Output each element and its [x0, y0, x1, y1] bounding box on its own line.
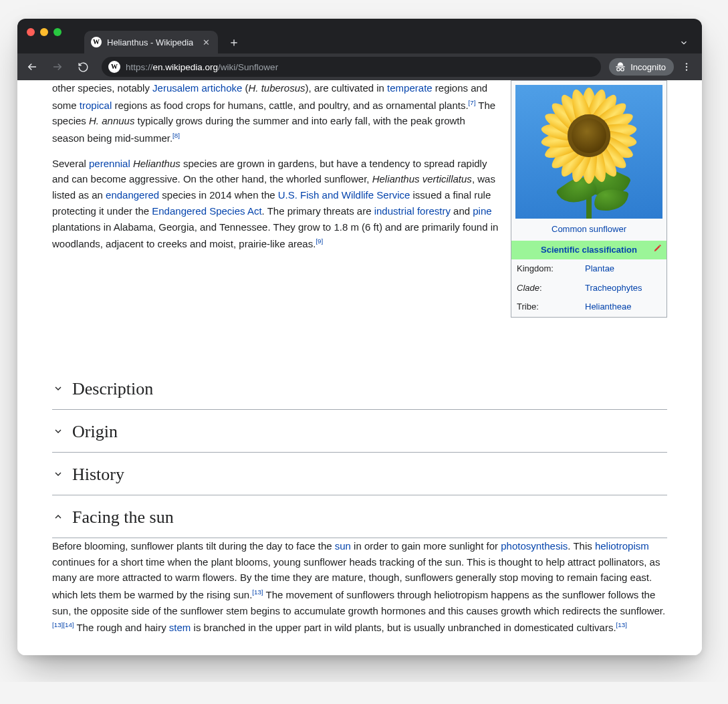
reference-13[interactable]: [13] — [616, 621, 627, 628]
section-history: History — [52, 453, 667, 495]
reference-14[interactable]: [14] — [63, 621, 74, 628]
link-tropical[interactable]: tropical — [80, 100, 112, 111]
browser-tab[interactable]: W Helianthus - Wikipedia ✕ — [84, 31, 218, 53]
link-sun[interactable]: sun — [335, 540, 351, 552]
link-photosynthesis[interactable]: photosynthesis — [501, 540, 568, 552]
arrow-left-icon — [26, 61, 38, 73]
taxonomy-rank: Kingdom: — [511, 259, 580, 279]
incognito-icon — [614, 61, 626, 73]
link-usfws[interactable]: U.S. Fish and Wildlife Service — [278, 189, 410, 201]
taxonomy-rank: Clade: — [511, 279, 580, 298]
taxonomy-row: Clade:Tracheophytes — [511, 279, 666, 298]
taxonomy-row: Kingdom:Plantae — [511, 259, 666, 279]
section-description: Description — [52, 367, 667, 410]
link-endangered-species-act[interactable]: Endangered Species Act — [152, 205, 261, 217]
article-content: Common sunflower Scientific classificati… — [17, 80, 702, 655]
svg-point-6 — [686, 69, 687, 70]
tab-title: Helianthus - Wikipedia — [107, 37, 193, 47]
pencil-icon — [653, 243, 662, 253]
arrow-right-icon — [51, 61, 64, 73]
close-tab-button[interactable]: ✕ — [203, 38, 210, 47]
reference-9[interactable]: [9] — [316, 237, 323, 245]
reference-13[interactable]: [13] — [52, 621, 63, 628]
body-paragraph: Before blooming, sunflower plants tilt d… — [52, 538, 667, 636]
tabstrip: W Helianthus - Wikipedia ✕ ＋ — [84, 31, 243, 53]
window-controls — [27, 28, 62, 36]
link-perennial[interactable]: perennial — [89, 158, 130, 169]
scientific-classification-link[interactable]: Scientific classification — [541, 245, 637, 255]
link-stem[interactable]: stem — [169, 622, 191, 633]
taxonomy-value-link[interactable]: Heliantheae — [585, 302, 631, 312]
kebab-icon — [681, 62, 692, 72]
toolbar: W https://en.wikipedia.org/wiki/Sunflowe… — [17, 53, 702, 80]
section-heading-facing[interactable]: Facing the sun — [52, 495, 667, 538]
link-jerusalem-artichoke[interactable]: Jerusalem artichoke — [152, 82, 242, 94]
scientific-classification-header: Scientific classification — [511, 241, 666, 260]
new-tab-button[interactable]: ＋ — [225, 33, 243, 51]
maximize-window-button[interactable] — [53, 28, 62, 36]
section-heading-history[interactable]: History — [52, 453, 667, 495]
reload-icon — [78, 62, 89, 73]
taxonomy-value-link[interactable]: Tracheophytes — [585, 283, 642, 293]
taxonomy-rank: Tribe: — [511, 298, 580, 317]
taxonomy-table: Kingdom:PlantaeClade:TracheophytesTribe:… — [511, 259, 666, 317]
incognito-label: Incognito — [630, 62, 666, 72]
svg-point-4 — [686, 63, 687, 64]
edit-classification-button[interactable] — [653, 243, 662, 257]
titlebar: W Helianthus - Wikipedia ✕ ＋ — [17, 19, 702, 53]
section-origin: Origin — [52, 410, 667, 453]
site-identity-icon[interactable]: W — [108, 61, 120, 73]
url-text: https://en.wikipedia.org/wiki/Sunflower — [126, 62, 278, 72]
link-industrial-forestry[interactable]: industrial forestry — [374, 205, 451, 217]
link-temperate[interactable]: temperate — [387, 82, 433, 94]
svg-point-2 — [617, 68, 620, 72]
close-window-button[interactable] — [27, 28, 35, 36]
browser-menu-button[interactable] — [678, 62, 695, 72]
link-endangered[interactable]: endangered — [106, 189, 159, 201]
infobox-caption-link[interactable]: Common sunflower — [552, 224, 626, 234]
chevron-up-icon — [52, 511, 64, 523]
section-heading-morphology[interactable]: Morphology — [52, 649, 667, 655]
browser-window: W Helianthus - Wikipedia ✕ ＋ W — [17, 19, 702, 655]
reference-8[interactable]: [8] — [172, 132, 180, 139]
reference-7[interactable]: [7] — [469, 99, 476, 106]
taxonomy-value-link[interactable]: Plantae — [585, 263, 614, 273]
infobox-caption: Common sunflower — [511, 220, 666, 241]
chevron-down-icon — [52, 382, 64, 394]
chevron-down-icon — [52, 468, 64, 480]
incognito-badge[interactable]: Incognito — [609, 58, 674, 76]
wikipedia-favicon-icon: W — [91, 37, 102, 47]
link-pine[interactable]: pine — [473, 205, 491, 217]
reference-13[interactable]: [13] — [252, 588, 263, 596]
infobox: Common sunflower Scientific classificati… — [511, 80, 667, 318]
back-button[interactable] — [21, 56, 43, 78]
section-body-facing: Before blooming, sunflower plants tilt d… — [52, 538, 667, 649]
section-heading-description[interactable]: Description — [52, 367, 667, 409]
section-facing-the-sun: Facing the sun Before blooming, sunflowe… — [52, 495, 667, 649]
section-heading-origin[interactable]: Origin — [52, 410, 667, 452]
address-bar[interactable]: W https://en.wikipedia.org/wiki/Sunflowe… — [102, 57, 601, 77]
sunflower-illustration — [515, 85, 662, 219]
svg-point-3 — [621, 68, 624, 72]
svg-point-5 — [686, 66, 687, 68]
minimize-window-button[interactable] — [40, 28, 48, 36]
link-heliotropism[interactable]: heliotropism — [595, 540, 649, 552]
forward-button[interactable] — [47, 56, 68, 78]
taxonomy-row: Tribe:Heliantheae — [511, 298, 666, 317]
reload-button[interactable] — [72, 56, 94, 78]
infobox-image[interactable] — [515, 85, 662, 219]
tabs-dropdown-button[interactable] — [673, 34, 695, 53]
chevron-down-icon — [52, 425, 64, 437]
page-viewport[interactable]: Common sunflower Scientific classificati… — [17, 80, 702, 655]
section-morphology: Morphology — [52, 649, 667, 655]
